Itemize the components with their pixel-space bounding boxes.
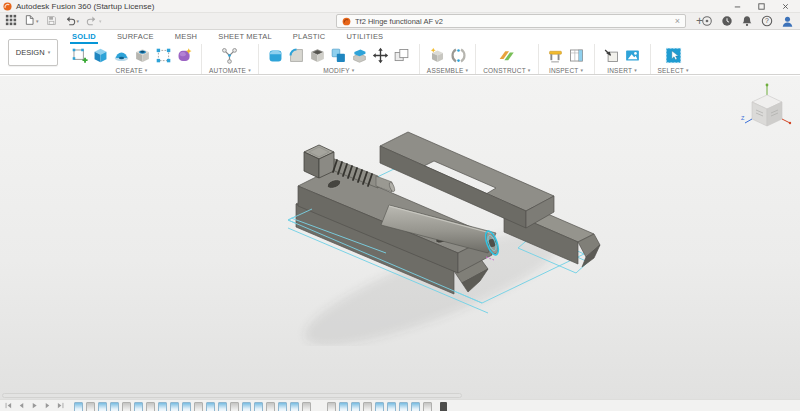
extensions-icon[interactable] <box>701 15 713 27</box>
group-dropdown-construct[interactable]: CONSTRUCT▾ <box>483 67 530 74</box>
align-icon <box>393 47 410 64</box>
save-button[interactable] <box>46 12 57 30</box>
timeline-sketch-icon[interactable] <box>290 402 299 411</box>
create-form-tool-button[interactable] <box>174 46 194 66</box>
timeline-sketch-icon[interactable] <box>254 402 263 411</box>
timeline-feature-icon[interactable] <box>302 402 311 411</box>
workspace-selector[interactable]: DESIGN ▾ <box>8 39 58 66</box>
group-dropdown-modify[interactable]: MODIFY▾ <box>323 67 354 74</box>
timeline-feature-icon[interactable] <box>194 402 203 411</box>
quick-access-toolbar: ▾▾▾ <box>5 13 102 29</box>
timeline-feature-icon[interactable] <box>146 402 155 411</box>
timeline-sketch-icon[interactable] <box>110 402 119 411</box>
profile-icon[interactable] <box>781 15 794 28</box>
align-tool-button[interactable] <box>392 46 412 66</box>
timeline-go-to-beginning-button[interactable] <box>5 402 12 409</box>
timeline-play-button[interactable] <box>31 402 38 409</box>
timeline-feature-icon[interactable] <box>86 402 95 411</box>
maximize-button[interactable] <box>749 0 773 12</box>
timeline-sketch-icon[interactable] <box>74 402 83 411</box>
timeline-sketch-icon[interactable] <box>134 402 143 411</box>
chevron-down-icon: ▾ <box>48 50 51 55</box>
timeline-sketch-icon[interactable] <box>339 402 348 411</box>
measure-tool-button[interactable] <box>546 46 566 66</box>
ribbon-tab-plastic[interactable]: PLASTIC <box>291 32 328 44</box>
section-analysis-tool-button[interactable] <box>567 46 587 66</box>
canvas-tool-button[interactable] <box>623 46 643 66</box>
insert-derive-tool-button[interactable] <box>602 46 622 66</box>
timeline-scrollbar[interactable] <box>2 393 462 398</box>
timeline-sketch-icon[interactable] <box>242 402 251 411</box>
group-dropdown-automate[interactable]: AUTOMATE▾ <box>209 67 251 74</box>
move-copy-tool-button[interactable] <box>371 46 391 66</box>
timeline-sketch-icon[interactable] <box>206 402 215 411</box>
split-body-tool-button[interactable] <box>350 46 370 66</box>
ribbon-tab-utilities[interactable]: UTILITIES <box>345 32 386 44</box>
notifications-icon[interactable] <box>741 15 753 27</box>
ribbon-tab-sheet-metal[interactable]: SHEET METAL <box>216 32 274 44</box>
viewport-canvas[interactable]: Z <box>0 76 800 411</box>
appbar-right-icons: ? <box>701 13 794 29</box>
file-menu-button[interactable]: ▾ <box>24 12 39 30</box>
group-dropdown-create[interactable]: CREATE▾ <box>116 67 148 74</box>
timeline-sketch-icon[interactable] <box>399 402 408 411</box>
timeline-step-forward-button[interactable] <box>44 402 51 409</box>
timeline-step-back-button[interactable] <box>18 402 25 409</box>
timeline-sketch-icon[interactable] <box>278 402 287 411</box>
hole-tool-button[interactable] <box>132 46 152 66</box>
timeline <box>0 399 800 411</box>
timeline-feature-icon[interactable] <box>423 402 432 411</box>
timeline-feature-icon[interactable] <box>363 402 372 411</box>
timeline-position-marker[interactable] <box>440 402 447 411</box>
timeline-feature-icon[interactable] <box>327 402 336 411</box>
undo-button[interactable]: ▾ <box>64 12 80 30</box>
file-menu-icon <box>24 12 35 30</box>
help-icon[interactable]: ? <box>761 15 773 27</box>
press-pull-tool-button[interactable] <box>266 46 286 66</box>
ribbon-tab-mesh[interactable]: MESH <box>173 32 199 44</box>
app-grid-button[interactable] <box>5 12 17 30</box>
job-status-icon[interactable] <box>721 15 733 27</box>
minimize-button[interactable] <box>725 0 749 12</box>
timeline-sketch-icon[interactable] <box>182 402 191 411</box>
new-component-tool-button[interactable] <box>427 46 447 66</box>
document-tab[interactable]: Tf2 Hinge functional AF v2 × <box>336 14 686 28</box>
timeline-sketch-icon[interactable] <box>411 402 420 411</box>
document-tab-close-icon[interactable]: × <box>675 17 680 26</box>
group-dropdown-insert[interactable]: INSERT▾ <box>607 67 637 74</box>
timeline-feature-icon[interactable] <box>266 402 275 411</box>
ribbon-tab-solid[interactable]: SOLID <box>70 32 98 44</box>
timeline-sketch-icon[interactable] <box>158 402 167 411</box>
revolve-tool-button[interactable] <box>111 46 131 66</box>
close-button[interactable] <box>773 0 797 12</box>
configure-tool-button[interactable] <box>220 46 240 66</box>
timeline-sketch-icon[interactable] <box>170 402 179 411</box>
construction-plane-tool-button[interactable] <box>497 46 517 66</box>
insert-derive-icon <box>603 47 620 64</box>
timeline-sketch-icon[interactable] <box>375 402 384 411</box>
view-cube[interactable]: Z <box>740 83 792 137</box>
ribbon-group-automate: AUTOMATE▾ <box>202 44 259 74</box>
timeline-sketch-icon[interactable] <box>387 402 396 411</box>
select-tool-button[interactable] <box>663 46 683 66</box>
group-dropdown-assemble[interactable]: ASSEMBLE▾ <box>427 67 468 74</box>
ribbon-groups: CREATE▾AUTOMATE▾MODIFY▾ASSEMBLE▾CONSTRUC… <box>62 44 696 74</box>
combine-tool-button[interactable] <box>329 46 349 66</box>
group-dropdown-inspect[interactable]: INSPECT▾ <box>549 67 583 74</box>
timeline-feature-icon[interactable] <box>122 402 131 411</box>
create-sketch-tool-button[interactable] <box>69 46 89 66</box>
ribbon-tab-surface[interactable]: SURFACE <box>115 32 156 44</box>
joint-tool-button[interactable] <box>448 46 468 66</box>
timeline-sketch-icon[interactable] <box>218 402 227 411</box>
timeline-feature-icon[interactable] <box>230 402 239 411</box>
timeline-go-to-end-button[interactable] <box>57 402 64 409</box>
timeline-sketch-icon[interactable] <box>98 402 107 411</box>
fillet-tool-button[interactable] <box>287 46 307 66</box>
rectangular-pattern-tool-button[interactable] <box>153 46 173 66</box>
timeline-sketch-icon[interactable] <box>351 402 360 411</box>
extrude-tool-button[interactable] <box>90 46 110 66</box>
group-dropdown-select[interactable]: SELECT▾ <box>658 67 689 74</box>
redo-button[interactable]: ▾ <box>86 12 102 30</box>
hinge-3d-model[interactable] <box>282 106 602 346</box>
shell-tool-button[interactable] <box>308 46 328 66</box>
